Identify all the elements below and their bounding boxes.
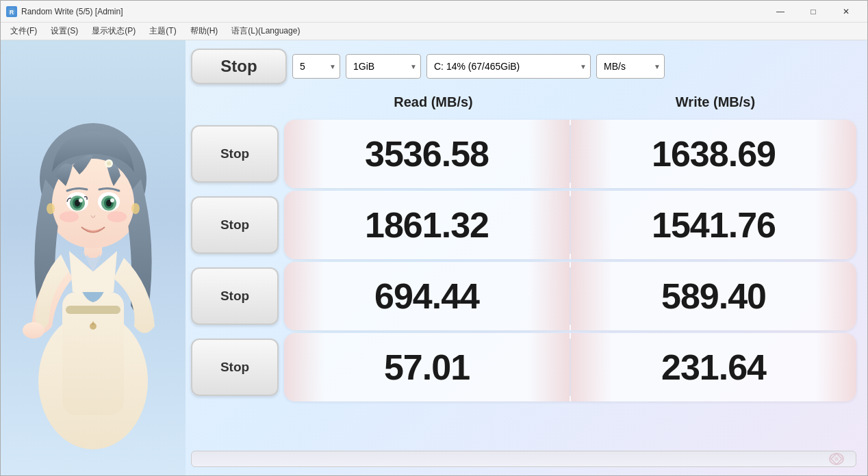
watermark-icon bbox=[823, 449, 850, 469]
svg-point-21 bbox=[107, 211, 127, 222]
main-window: R Random Write (5/5) [Admin] — □ ✕ 文件(F)… bbox=[0, 0, 868, 476]
floral-deco-l6 bbox=[571, 262, 612, 330]
row4-cells: 57.01 231.64 bbox=[284, 333, 856, 401]
stop-button-row2[interactable]: Stop bbox=[191, 196, 279, 254]
write-header: Write (MB/s) bbox=[574, 94, 856, 110]
titlebar: R Random Write (5/5) [Admin] — □ ✕ bbox=[1, 1, 867, 23]
floral-deco-r5 bbox=[528, 262, 570, 330]
row4-read-cell: 57.01 bbox=[284, 333, 570, 401]
svg-rect-23 bbox=[66, 306, 120, 314]
stop-button-row4[interactable]: Stop bbox=[191, 339, 279, 396]
stop-button-row1[interactable]: Stop bbox=[191, 125, 279, 183]
floral-deco-l5 bbox=[284, 262, 325, 330]
count-dropdown-wrapper: 5 ▼ bbox=[292, 54, 340, 79]
menu-theme[interactable]: 主题(T) bbox=[142, 24, 183, 38]
svg-point-24 bbox=[47, 203, 55, 214]
row1-read-value: 3536.58 bbox=[365, 133, 489, 174]
bench-row-4: Stop 57.01 231.64 bbox=[191, 333, 856, 401]
column-headers: Read (MB/s) Write (MB/s) bbox=[191, 90, 856, 114]
svg-point-9 bbox=[107, 161, 111, 166]
character-area bbox=[1, 40, 186, 475]
floral-decoration-left bbox=[284, 120, 325, 188]
row1-write-value: 1638.69 bbox=[652, 133, 776, 174]
row2-read-value: 1861.32 bbox=[365, 204, 489, 246]
bench-row-3: Stop 694.44 589.40 bbox=[191, 262, 856, 330]
floral-deco-r8 bbox=[815, 333, 856, 401]
menu-help[interactable]: 帮助(H) bbox=[183, 24, 225, 38]
floral-decoration-left2 bbox=[571, 120, 612, 188]
menu-display[interactable]: 显示状态(P) bbox=[85, 24, 142, 38]
window-controls: — □ ✕ bbox=[765, 2, 862, 21]
content-area: Stop 5 ▼ 1GiB ▼ C: 14% (67/465GiB) bbox=[1, 40, 867, 475]
row2-write-value: 1541.76 bbox=[652, 204, 776, 246]
main-stop-button[interactable]: Stop bbox=[191, 49, 287, 84]
floral-decoration-right bbox=[528, 120, 570, 188]
row4-write-value: 231.64 bbox=[661, 347, 766, 388]
benchmark-rows: Stop 3536.58 1638.69 bbox=[191, 120, 856, 444]
size-select[interactable]: 1GiB bbox=[346, 54, 421, 79]
minimize-button[interactable]: — bbox=[765, 2, 796, 21]
row3-read-cell: 694.44 bbox=[284, 262, 570, 330]
svg-point-25 bbox=[131, 203, 140, 214]
unit-select[interactable]: MB/s bbox=[596, 54, 665, 79]
floral-deco-l3 bbox=[284, 191, 325, 259]
svg-point-28 bbox=[834, 457, 839, 461]
row3-write-value: 589.40 bbox=[661, 276, 766, 317]
size-dropdown-wrapper: 1GiB ▼ bbox=[346, 54, 421, 79]
row1-write-cell: 1638.69 bbox=[571, 120, 856, 188]
row3-write-cell: 589.40 bbox=[571, 262, 856, 330]
maximize-button[interactable]: □ bbox=[797, 2, 829, 21]
menubar: 文件(F) 设置(S) 显示状态(P) 主题(T) 帮助(H) 语言(L)(La… bbox=[1, 23, 867, 40]
window-title: Random Write (5/5) [Admin] bbox=[21, 7, 765, 16]
read-header: Read (MB/s) bbox=[292, 94, 574, 110]
menu-settings[interactable]: 设置(S) bbox=[44, 24, 85, 38]
floral-deco-r3 bbox=[528, 191, 570, 259]
row2-read-cell: 1861.32 bbox=[284, 191, 570, 259]
svg-point-22 bbox=[23, 322, 44, 339]
row1-read-cell: 3536.58 bbox=[284, 120, 570, 188]
app-icon: R bbox=[6, 6, 17, 17]
row2-cells: 1861.32 1541.76 bbox=[284, 191, 856, 259]
row2-write-cell: 1541.76 bbox=[571, 191, 856, 259]
row4-read-value: 57.01 bbox=[384, 347, 470, 388]
floral-decoration-right2 bbox=[815, 120, 856, 188]
drive-dropdown-wrapper: C: 14% (67/465GiB) ▼ bbox=[426, 54, 591, 79]
svg-point-20 bbox=[60, 211, 79, 222]
floral-deco-r7 bbox=[528, 333, 570, 401]
bench-row-1: Stop 3536.58 1638.69 bbox=[191, 120, 856, 188]
benchmark-panel: Stop 5 ▼ 1GiB ▼ C: 14% (67/465GiB) bbox=[186, 40, 867, 475]
floral-deco-l7 bbox=[284, 333, 325, 401]
floral-deco-r6 bbox=[815, 262, 856, 330]
floral-deco-l4 bbox=[571, 191, 612, 259]
menu-file[interactable]: 文件(F) bbox=[3, 24, 44, 38]
row1-cells: 3536.58 1638.69 bbox=[284, 120, 856, 188]
count-select[interactable]: 5 bbox=[292, 54, 340, 79]
toolbar-row: Stop 5 ▼ 1GiB ▼ C: 14% (67/465GiB) bbox=[191, 49, 856, 84]
floral-deco-l8 bbox=[571, 333, 612, 401]
row4-write-cell: 231.64 bbox=[571, 333, 856, 401]
row3-read-value: 694.44 bbox=[374, 276, 479, 317]
drive-select[interactable]: C: 14% (67/465GiB) bbox=[426, 54, 591, 79]
row3-cells: 694.44 589.40 bbox=[284, 262, 856, 330]
floral-deco-r4 bbox=[815, 191, 856, 259]
bench-row-2: Stop 1861.32 1541.76 bbox=[191, 191, 856, 259]
progress-bar bbox=[191, 451, 856, 467]
menu-language[interactable]: 语言(L)(Language) bbox=[225, 24, 307, 38]
stop-button-row3[interactable]: Stop bbox=[191, 267, 279, 325]
close-button[interactable]: ✕ bbox=[830, 2, 862, 21]
character-illustration bbox=[1, 40, 186, 475]
unit-dropdown-wrapper: MB/s ▼ bbox=[596, 54, 665, 79]
svg-text:R: R bbox=[10, 9, 14, 16]
svg-point-14 bbox=[79, 198, 83, 202]
svg-point-19 bbox=[110, 198, 114, 202]
